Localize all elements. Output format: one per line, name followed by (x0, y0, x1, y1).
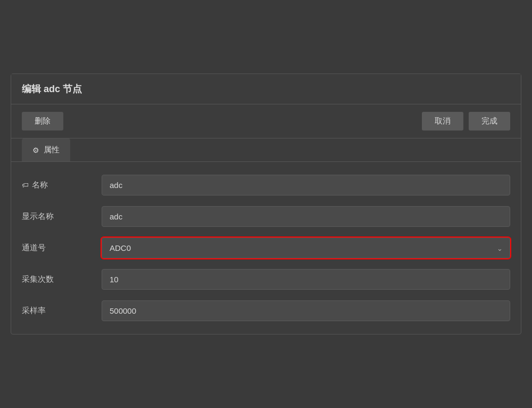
channel-select-wrapper: ADC0 ADC1 ADC2 ADC3 ⌄ (102, 238, 510, 258)
field-row-sample-count: 采集次数 (22, 269, 510, 290)
label-channel: 通道号 (22, 243, 91, 253)
field-row-name: 🏷 名称 (22, 175, 510, 195)
label-display-name: 显示名称 (22, 211, 91, 222)
gear-icon: ⚙ (32, 146, 39, 154)
input-sample-count[interactable] (102, 269, 510, 290)
toolbar-right: 取消 完成 (422, 112, 510, 130)
tab-properties-label: 属性 (44, 145, 60, 155)
tab-properties[interactable]: ⚙ 属性 (22, 138, 70, 161)
delete-button[interactable]: 删除 (22, 112, 63, 130)
done-button[interactable]: 完成 (469, 112, 510, 130)
dialog-toolbar: 删除 取消 完成 (11, 104, 521, 138)
label-sample-rate: 采样率 (22, 306, 91, 316)
edit-dialog: 编辑 adc 节点 删除 取消 完成 ⚙ 属性 🏷 名称 显示名称 (11, 74, 521, 334)
input-sample-rate[interactable] (102, 300, 510, 321)
tag-icon: 🏷 (22, 181, 29, 189)
form-area: 🏷 名称 显示名称 通道号 ADC0 ADC1 ADC2 ADC3 (11, 162, 521, 334)
tabs-bar: ⚙ 属性 (11, 138, 521, 162)
field-row-sample-rate: 采样率 (22, 300, 510, 321)
label-sample-count: 采集次数 (22, 274, 91, 284)
toolbar-left: 删除 (22, 112, 63, 130)
label-name: 🏷 名称 (22, 180, 91, 190)
field-row-display-name: 显示名称 (22, 206, 510, 227)
dialog-title: 编辑 adc 节点 (11, 74, 521, 104)
select-channel[interactable]: ADC0 ADC1 ADC2 ADC3 (102, 238, 510, 258)
input-name[interactable] (102, 175, 510, 195)
input-display-name[interactable] (102, 206, 510, 227)
cancel-button[interactable]: 取消 (422, 112, 463, 130)
field-row-channel: 通道号 ADC0 ADC1 ADC2 ADC3 ⌄ (22, 238, 510, 258)
